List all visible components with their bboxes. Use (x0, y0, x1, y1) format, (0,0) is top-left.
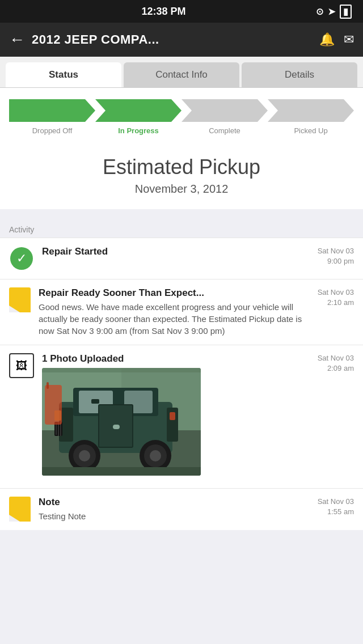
location-icon: ➤ (328, 6, 335, 17)
note-icon-sooner (9, 287, 31, 312)
activity-title-repair-sooner: Repair Ready Sooner Than Expect... (39, 287, 310, 299)
status-right-icons: ⊙ ➤ ▮ (316, 5, 352, 19)
activity-card-photo: 🖼 1 Photo Uploaded (0, 345, 363, 488)
activity-title-photo: 1 Photo Uploaded (42, 353, 310, 365)
activity-item-note: Note Testing Note Sat Nov 03 1:55 am (0, 489, 363, 530)
svg-rect-3 (42, 368, 201, 372)
activity-card-repair-sooner: Repair Ready Sooner Than Expect... Good … (0, 279, 363, 345)
activity-item-repair-started: ✓ Repair Started Sat Nov 03 9:00 pm (0, 238, 363, 279)
status-time: 12:38 PM (11, 6, 316, 18)
activity-content-repair-started: Repair Started (42, 246, 310, 260)
tab-bar: Status Contact Info Details (0, 57, 363, 88)
step-labels: Dropped Off In Progress Complete Picked … (9, 126, 354, 135)
activity-body-repair-sooner: Good news. We have made excellent progre… (39, 301, 310, 337)
activity-time-repair-sooner: Sat Nov 03 2:10 am (318, 287, 354, 308)
step-in-progress (95, 99, 182, 122)
activity-title-note: Note (39, 497, 310, 508)
step-complete (182, 99, 268, 122)
green-check-icon: ✓ (10, 247, 33, 270)
tab-contact-info[interactable]: Contact Info (124, 62, 239, 87)
svg-rect-24 (91, 399, 99, 404)
check-icon-container: ✓ (9, 246, 34, 271)
activity-content-note: Note Testing Note (39, 497, 310, 522)
activity-content-photo: 1 Photo Uploaded (42, 353, 310, 480)
nav-bar: ← 2012 JEEP COMPA... 🔔 ✉ (0, 23, 363, 57)
svg-point-14 (79, 450, 90, 461)
activity-label: Activity (0, 221, 363, 238)
mail-icon[interactable]: ✉ (344, 32, 354, 47)
activity-card-note: Note Testing Note Sat Nov 03 1:55 am (0, 488, 363, 530)
svg-rect-26 (47, 382, 49, 389)
label-in-progress: In Progress (95, 126, 182, 135)
photo-icon: 🖼 (9, 353, 34, 378)
estimated-pickup-date: November 3, 2012 (9, 183, 354, 196)
label-complete: Complete (182, 126, 268, 135)
activity-section: Activity ✓ Repair Started Sat Nov 03 9:0… (0, 215, 363, 530)
activity-time-repair-started: Sat Nov 03 9:00 pm (318, 246, 354, 266)
status-bar: 12:38 PM ⊙ ➤ ▮ (0, 0, 363, 23)
svg-rect-9 (113, 425, 120, 429)
activity-content-repair-sooner: Repair Ready Sooner Than Expect... Good … (39, 287, 310, 337)
activity-item-photo: 🖼 1 Photo Uploaded (0, 345, 363, 488)
back-button[interactable]: ← (9, 31, 25, 49)
progress-steps (9, 99, 354, 122)
nav-icons: 🔔 ✉ (319, 32, 354, 47)
step-picked-up (268, 99, 354, 122)
svg-rect-27 (42, 467, 201, 476)
note-icon-note (9, 497, 31, 522)
activity-time-note: Sat Nov 03 1:55 am (318, 497, 354, 517)
activity-body-note: Testing Note (39, 510, 310, 522)
nav-title: 2012 JEEP COMPA... (32, 32, 313, 47)
estimated-pickup: Estimated Pickup November 3, 2012 (9, 144, 354, 209)
activity-card-repair-started: ✓ Repair Started Sat Nov 03 9:00 pm (0, 238, 363, 279)
tab-status[interactable]: Status (6, 62, 121, 87)
svg-rect-25 (45, 385, 62, 425)
svg-rect-19 (170, 412, 175, 420)
step-dropped-off (9, 99, 95, 122)
label-dropped-off: Dropped Off (9, 126, 95, 135)
label-picked-up: Picked Up (268, 126, 354, 135)
svg-point-17 (150, 450, 161, 461)
tab-details[interactable]: Details (242, 62, 357, 87)
bell-icon[interactable]: 🔔 (319, 32, 335, 47)
battery-icon: ▮ (340, 5, 352, 19)
photo-container[interactable] (42, 368, 201, 476)
activity-time-photo: Sat Nov 03 2:09 am (318, 353, 354, 374)
lock-icon: ⊙ (316, 6, 323, 17)
activity-item-repair-sooner: Repair Ready Sooner Than Expect... Good … (0, 279, 363, 345)
estimated-pickup-title: Estimated Pickup (9, 155, 354, 179)
progress-section: Dropped Off In Progress Complete Picked … (0, 88, 363, 209)
activity-title-repair-started: Repair Started (42, 246, 310, 257)
